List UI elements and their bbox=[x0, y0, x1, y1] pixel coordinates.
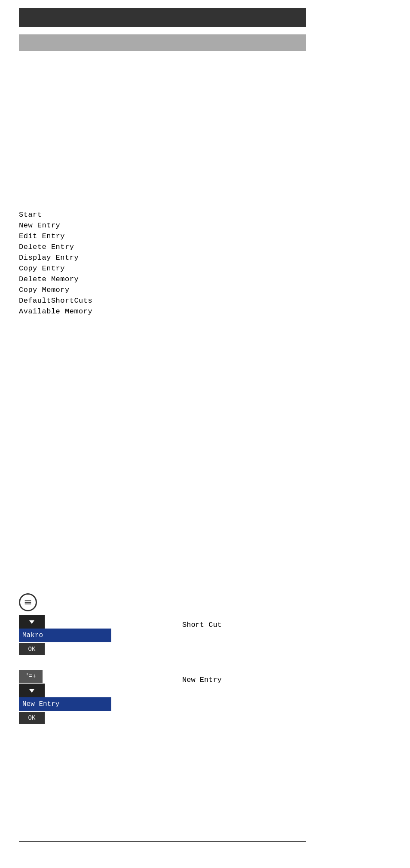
menu-item-9[interactable]: Available Memory bbox=[19, 307, 92, 316]
new-entry-dropdown-arrow[interactable] bbox=[19, 684, 45, 697]
svg-marker-3 bbox=[29, 620, 34, 624]
new-entry-row: New Entry bbox=[19, 684, 311, 697]
new-entry-selected-value[interactable]: New Entry bbox=[19, 697, 111, 711]
new-entry-ok-button[interactable]: OK bbox=[19, 712, 45, 724]
menu-item-2[interactable]: Edit Entry bbox=[19, 232, 92, 240]
menu-item-6[interactable]: Delete Memory bbox=[19, 275, 92, 283]
menu-circle-icon bbox=[19, 593, 37, 611]
bottom-section: Short Cut Makro OK '=+ New Entry New Ent… bbox=[19, 593, 311, 731]
shortcut-dropdown-arrow[interactable] bbox=[19, 615, 45, 629]
svg-marker-4 bbox=[29, 689, 34, 693]
new-entry-group: '=+ New Entry New Entry OK bbox=[19, 670, 311, 724]
menu-item-4[interactable]: Display Entry bbox=[19, 254, 92, 262]
shortcut-group: Short Cut Makro OK bbox=[19, 615, 311, 655]
menu-item-5[interactable]: Copy Entry bbox=[19, 264, 92, 273]
menu-item-3[interactable]: Delete Entry bbox=[19, 243, 92, 251]
shortcut-ok-button[interactable]: OK bbox=[19, 643, 45, 655]
new-entry-label: New Entry bbox=[182, 676, 222, 684]
bottom-divider bbox=[19, 841, 306, 842]
shortcut-label: Short Cut bbox=[182, 621, 222, 629]
top-bar bbox=[19, 8, 306, 27]
menu-item-1[interactable]: New Entry bbox=[19, 221, 92, 230]
second-bar bbox=[19, 34, 306, 51]
menu-item-0[interactable]: Start bbox=[19, 211, 92, 219]
menu-item-8[interactable]: DefaultShortCuts bbox=[19, 297, 92, 305]
menu-item-7[interactable]: Copy Memory bbox=[19, 286, 92, 294]
menu-list: StartNew EntryEdit EntryDelete EntryDisp… bbox=[19, 211, 92, 316]
shortcut-row: Short Cut bbox=[19, 615, 311, 629]
plus-icon-button[interactable]: '=+ bbox=[19, 670, 43, 683]
shortcut-selected-value[interactable]: Makro bbox=[19, 629, 111, 642]
